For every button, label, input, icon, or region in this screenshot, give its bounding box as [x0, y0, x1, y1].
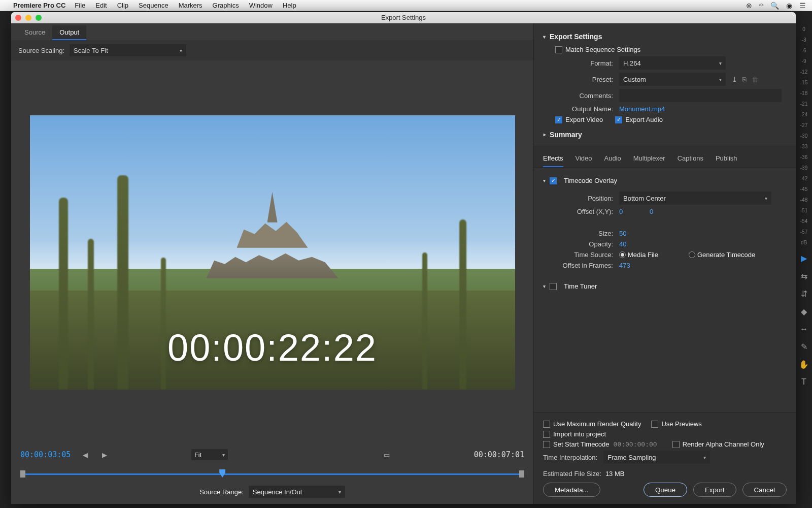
source-scaling-label: Source Scaling:: [18, 47, 64, 54]
tab-audio[interactable]: Audio: [604, 151, 621, 167]
set-start-tc-checkbox[interactable]: [543, 441, 550, 448]
db-tick: -48: [800, 197, 807, 203]
export-video-label: Export Video: [565, 116, 603, 123]
chevron-down-icon: ▾: [543, 283, 546, 289]
import-preset-icon[interactable]: ⎘: [742, 76, 747, 83]
tab-multiplexer[interactable]: Multiplexer: [633, 151, 665, 167]
tab-source[interactable]: Source: [17, 25, 52, 40]
tab-captions[interactable]: Captions: [678, 151, 703, 167]
zoom-fit-dropdown[interactable]: Fit ▾: [191, 449, 228, 460]
aspect-correction-icon[interactable]: ▭: [382, 450, 392, 460]
db-tick: -21: [800, 101, 807, 107]
menu-file[interactable]: File: [75, 2, 85, 9]
time-tuner-checkbox[interactable]: [550, 283, 557, 290]
max-render-label: Use Maximum Render Quality: [553, 420, 641, 428]
outputname-link[interactable]: Monument.mp4: [619, 105, 665, 113]
timesource-media-radio[interactable]: [619, 251, 626, 258]
minimize-window-icon[interactable]: [25, 15, 31, 21]
match-sequence-checkbox[interactable]: [555, 46, 562, 53]
export-video-checkbox[interactable]: ✓: [555, 116, 562, 123]
selection-tool-icon[interactable]: ▶: [801, 253, 807, 263]
offset-y-input[interactable]: 0: [650, 208, 653, 215]
start-tc-value[interactable]: 00:00:00:00: [614, 440, 657, 448]
preset-label: Preset:: [543, 76, 619, 83]
metadata-button[interactable]: Metadata...: [543, 483, 600, 497]
timesource-label: Time Source:: [543, 251, 619, 259]
tab-publish[interactable]: Publish: [716, 151, 737, 167]
hand-tool-icon[interactable]: ✋: [799, 360, 809, 369]
menu-edit[interactable]: Edit: [95, 2, 107, 9]
app-name[interactable]: Premiere Pro CC: [13, 2, 65, 9]
menu-clip[interactable]: Clip: [117, 2, 128, 9]
comments-input[interactable]: [619, 89, 782, 102]
menu-markers[interactable]: Markers: [179, 2, 202, 9]
zoom-window-icon[interactable]: [36, 15, 42, 21]
timecode-overlay-header[interactable]: ▾ ✓ Timecode Overlay: [543, 173, 787, 188]
outputname-label: Output Name:: [543, 105, 619, 113]
razor-tool-icon[interactable]: ◆: [801, 307, 807, 316]
time-interp-dropdown[interactable]: Frame Sampling ▾: [603, 451, 710, 464]
match-sequence-label: Match Sequence Settings: [565, 46, 640, 53]
menu-sequence[interactable]: Sequence: [139, 2, 168, 9]
work-area-slider[interactable]: [20, 469, 524, 479]
format-label: Format:: [543, 59, 619, 67]
cancel-button[interactable]: Cancel: [742, 483, 787, 497]
menu-help[interactable]: Help: [283, 2, 296, 9]
est-filesize-value: 13 MB: [605, 470, 625, 478]
offset-x-input[interactable]: 0: [619, 208, 650, 215]
position-dropdown[interactable]: Bottom Center ▾: [619, 192, 771, 205]
preset-dropdown[interactable]: Custom ▾: [619, 73, 726, 86]
timecode-overlay-checkbox[interactable]: ✓: [550, 177, 557, 184]
rate-stretch-icon[interactable]: ⇵: [801, 289, 807, 299]
menu-list-icon[interactable]: ☰: [799, 2, 806, 10]
close-window-icon[interactable]: [15, 15, 21, 21]
menu-window[interactable]: Window: [249, 2, 273, 9]
time-tuner-header[interactable]: ▾ Time Tuner: [543, 278, 787, 294]
spotlight-icon[interactable]: 🔍: [770, 2, 779, 10]
size-label: Size:: [543, 230, 619, 237]
timesource-generate-radio[interactable]: [689, 251, 695, 258]
step-back-icon[interactable]: ◀: [81, 450, 90, 460]
wifi-icon[interactable]: ⌔: [759, 2, 763, 10]
summary-header[interactable]: ▾ Summary: [543, 126, 787, 141]
source-range-label: Source Range:: [199, 488, 244, 496]
render-alpha-checkbox[interactable]: [672, 441, 680, 448]
step-forward-icon[interactable]: ▶: [100, 450, 109, 460]
format-dropdown[interactable]: H.264 ▾: [619, 56, 726, 70]
offset-frames-input[interactable]: 473: [619, 262, 630, 269]
size-input[interactable]: 50: [619, 230, 626, 237]
tab-video[interactable]: Video: [576, 151, 592, 167]
queue-button[interactable]: Queue: [644, 483, 687, 497]
tab-effects[interactable]: Effects: [543, 151, 563, 167]
fit-label: Fit: [194, 451, 201, 459]
summary-title: Summary: [550, 131, 582, 139]
max-render-checkbox[interactable]: [543, 421, 550, 428]
source-range-dropdown[interactable]: Sequence In/Out ▾: [249, 486, 345, 498]
delete-preset-icon[interactable]: 🗑: [752, 76, 758, 83]
current-timecode[interactable]: 00:00:03:05: [20, 450, 71, 459]
source-scaling-dropdown[interactable]: Scale To Fit ▾: [70, 44, 186, 56]
pen-tool-icon[interactable]: ✎: [801, 342, 807, 352]
siri-icon[interactable]: ◉: [786, 2, 792, 10]
timesource-generate-label: Generate Timecode: [697, 251, 755, 259]
cc-cloud-icon[interactable]: ⊚: [746, 2, 752, 10]
tab-output[interactable]: Output: [52, 25, 86, 40]
menu-graphics[interactable]: Graphics: [213, 2, 239, 9]
slip-tool-icon[interactable]: ↔: [800, 325, 808, 334]
db-tick: -15: [800, 80, 807, 85]
db-tick: -24: [800, 112, 807, 117]
ripple-edit-icon[interactable]: ⇆: [801, 271, 807, 281]
save-preset-icon[interactable]: ⤓: [732, 76, 737, 83]
window-title: Export Settings: [381, 14, 426, 21]
import-project-checkbox[interactable]: [543, 431, 550, 438]
export-button[interactable]: Export: [693, 483, 736, 497]
opacity-input[interactable]: 40: [619, 240, 626, 248]
source-range-value: Sequence In/Out: [253, 488, 302, 496]
type-tool-icon[interactable]: T: [801, 377, 806, 387]
playhead-icon[interactable]: [219, 469, 225, 478]
export-audio-checkbox[interactable]: ✓: [615, 116, 622, 123]
chevron-down-icon: ▾: [765, 196, 767, 201]
use-previews-checkbox[interactable]: [651, 421, 658, 428]
export-settings-header[interactable]: ▾ Export Settings: [543, 28, 787, 43]
db-tick: -18: [800, 90, 807, 96]
